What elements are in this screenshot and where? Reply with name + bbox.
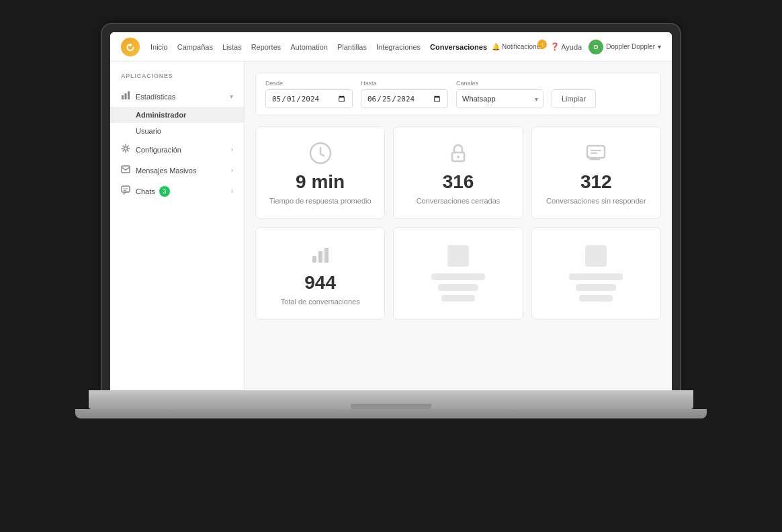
svg-rect-5 [122, 166, 130, 173]
stat-card-skeleton-6 [531, 227, 661, 320]
skeleton-line-5c [441, 295, 475, 302]
canales-label: Canales [456, 80, 544, 87]
configuracion-label: Configuración [136, 146, 181, 154]
sidebar-subitem-usuario[interactable]: Usuario [110, 123, 244, 139]
sidebar-item-chats[interactable]: Chats 3 › [110, 181, 244, 202]
skeleton-content-5 [431, 245, 485, 302]
svg-rect-2 [125, 93, 127, 99]
stat-card-cerradas: 316 Conversaciones cerradas [393, 126, 523, 219]
hasta-input[interactable] [361, 89, 448, 108]
skeleton-line-6c [579, 295, 613, 302]
nav-integraciones[interactable]: Integraciones [376, 43, 421, 51]
svg-rect-12 [318, 251, 322, 263]
hasta-filter-group: Hasta [361, 80, 448, 108]
stat-label-total: Total de conversaciones [281, 298, 360, 306]
svg-rect-11 [312, 256, 316, 263]
chats-arrow: › [231, 187, 233, 195]
sidebar: APLICACIONES Estadísticas ▾ [110, 62, 245, 390]
skeleton-icon-6 [585, 245, 607, 267]
desde-input[interactable] [265, 89, 353, 108]
skeleton-line-5a [431, 273, 485, 280]
svg-point-9 [457, 156, 460, 159]
skeleton-content-6 [569, 245, 623, 302]
nav-listas[interactable]: Listas [222, 43, 242, 51]
sidebar-section-title: APLICACIONES [110, 73, 244, 86]
laptop-wrapper: Inicio Campañas Listas Reportes Automati… [89, 24, 693, 508]
help-label: Ayuda [561, 43, 582, 51]
mensajes-masivos-arrow: › [231, 167, 233, 174]
chat-bubble-icon [583, 140, 609, 166]
skeleton-icon-5 [447, 245, 469, 267]
user-name: Doppler Doppler [606, 43, 655, 50]
svg-rect-3 [128, 91, 130, 99]
configuracion-arrow: › [231, 146, 233, 153]
stat-label-tiempo: Tiempo de respuesta promedio [269, 197, 372, 205]
notifications-badge: 1 [537, 40, 547, 49]
stat-label-sin-responder: Conversaciones sin responder [546, 197, 646, 205]
stat-card-total: 944 Total de conversaciones [255, 227, 385, 320]
svg-rect-1 [122, 95, 124, 99]
stat-value-total: 944 [304, 272, 336, 294]
desde-filter-group: Desde [265, 80, 353, 108]
skeleton-line-6a [569, 273, 623, 280]
clear-button[interactable]: Limpiar [552, 89, 596, 108]
app-logo [121, 38, 140, 56]
svg-point-4 [124, 147, 128, 150]
nav-links: Inicio Campañas Listas Reportes Automati… [150, 43, 492, 51]
app-body: APLICACIONES Estadísticas ▾ [110, 62, 672, 390]
nav-right: 🔔 Notificaciones 1 ❓ Ayuda D Doppler Dop… [492, 40, 661, 54]
svg-rect-10 [587, 146, 605, 158]
chats-badge: 3 [159, 186, 170, 197]
estadisticas-icon [121, 91, 130, 102]
estadisticas-arrow: ▾ [230, 93, 233, 100]
stat-value-tiempo: 9 min [296, 171, 345, 193]
laptop-screen-outer: Inicio Campañas Listas Reportes Automati… [102, 24, 680, 390]
topbar: Inicio Campañas Listas Reportes Automati… [110, 32, 672, 62]
help-button[interactable]: ❓ Ayuda [550, 42, 582, 51]
notifications-button[interactable]: 🔔 Notificaciones 1 [492, 43, 544, 50]
clock-icon [308, 140, 333, 166]
stat-label-cerradas: Conversaciones cerradas [417, 197, 501, 205]
nav-automation[interactable]: Automation [290, 43, 328, 51]
laptop-screen-inner: Inicio Campañas Listas Reportes Automati… [110, 32, 672, 390]
skeleton-line-5b [438, 284, 478, 291]
laptop-base [89, 390, 693, 409]
bell-icon: 🔔 [492, 43, 500, 50]
bar-chart-icon [308, 241, 333, 267]
configuracion-icon [121, 144, 130, 155]
sidebar-item-configuracion[interactable]: Configuración › [110, 139, 244, 160]
canales-select-wrapper: Whatsapp Email SMS Todos ▾ [456, 89, 544, 108]
stat-card-sin-responder: 312 Conversaciones sin responder [531, 126, 661, 219]
svg-point-0 [129, 44, 132, 46]
nav-campanas[interactable]: Campañas [177, 43, 213, 51]
main-content: Desde Hasta Canales Whatsapp [245, 62, 672, 390]
user-dropdown-icon: ▾ [658, 43, 661, 50]
laptop-bottom [75, 409, 707, 418]
sidebar-subitem-administrador[interactable]: Administrador [110, 107, 244, 123]
nav-reportes[interactable]: Reportes [251, 43, 281, 51]
nav-plantillas[interactable]: Plantillas [337, 43, 367, 51]
nav-inicio[interactable]: Inicio [150, 43, 168, 51]
filters-row: Desde Hasta Canales Whatsapp [255, 73, 661, 116]
sidebar-item-estadisticas[interactable]: Estadísticas ▾ [110, 86, 244, 107]
canales-select[interactable]: Whatsapp Email SMS Todos [456, 89, 544, 108]
stat-card-skeleton-5 [393, 227, 523, 320]
estadisticas-label: Estadísticas [136, 93, 175, 101]
sidebar-item-mensajes-masivos[interactable]: Mensajes Masivos › [110, 160, 244, 181]
chats-label: Chats [136, 187, 155, 195]
desde-label: Desde [265, 80, 353, 87]
user-avatar: D [589, 40, 603, 54]
user-menu-button[interactable]: D Doppler Doppler ▾ [589, 40, 661, 54]
canales-filter-group: Canales Whatsapp Email SMS Todos ▾ [456, 80, 544, 108]
svg-rect-13 [324, 248, 329, 263]
hasta-label: Hasta [361, 80, 448, 87]
lock-icon [445, 140, 471, 166]
mensajes-masivos-icon [121, 165, 130, 176]
stat-value-sin-responder: 312 [580, 171, 612, 193]
chats-icon [121, 185, 130, 197]
mensajes-masivos-label: Mensajes Masivos [136, 167, 196, 175]
stat-card-tiempo-respuesta: 9 min Tiempo de respuesta promedio [255, 126, 385, 219]
skeleton-line-6b [576, 284, 616, 291]
stat-value-cerradas: 316 [443, 171, 474, 193]
nav-conversaciones[interactable]: Conversaciones [430, 43, 487, 51]
